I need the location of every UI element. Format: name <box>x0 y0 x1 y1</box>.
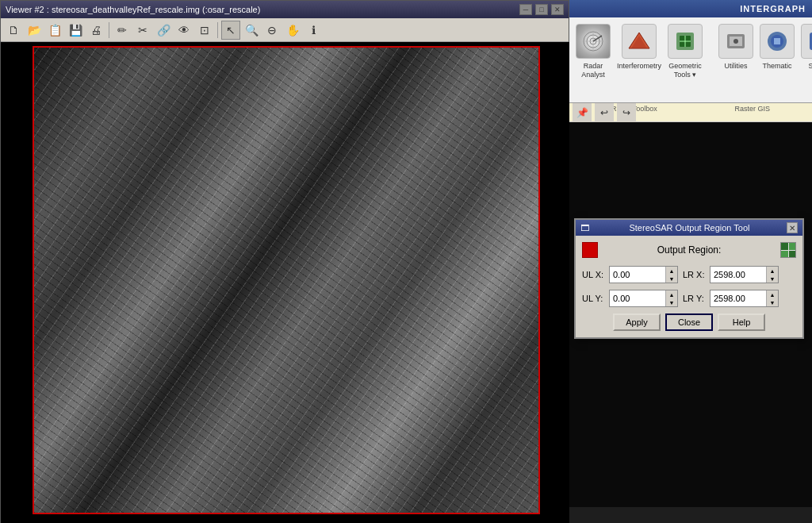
link-button[interactable]: 🔗 <box>154 21 173 40</box>
eye-button[interactable]: 👁 <box>174 21 193 40</box>
ulx-spin-down[interactable]: ▼ <box>666 275 677 283</box>
new-button[interactable]: 🗋 <box>4 21 23 40</box>
thematic-label: Thematic <box>763 62 792 71</box>
grid-cell-1 <box>781 243 788 250</box>
region-icon <box>582 242 598 258</box>
sar-image-texture <box>34 48 538 513</box>
dialog-buttons: Apply Close Help <box>582 313 796 331</box>
apply-button[interactable]: Apply <box>613 313 661 331</box>
zoom-out-button[interactable]: ⊖ <box>262 21 282 40</box>
pan-button[interactable]: ✋ <box>283 21 302 40</box>
radar-analyst-label: RadarAnalyst <box>581 62 605 79</box>
stereosar-dialog: 🗖 StereoSAR Output Region Tool ✕ Output … <box>574 218 804 339</box>
geometric-tools-label: GeometricTools ▾ <box>668 62 702 79</box>
separator-2 <box>217 22 218 38</box>
print-button[interactable]: 🖨 <box>86 21 105 40</box>
lrx-spin-up[interactable]: ▲ <box>767 267 778 275</box>
output-region-label: Output Region: <box>598 244 780 256</box>
radar-analyst-icon[interactable] <box>576 24 611 59</box>
zoom-in-button[interactable]: 🔍 <box>242 21 261 40</box>
frame-button[interactable]: ⊡ <box>195 21 214 40</box>
svg-rect-17 <box>774 38 780 44</box>
uly-input[interactable] <box>610 290 665 306</box>
ulx-input-group: ▲ ▼ <box>609 266 678 283</box>
lrx-input[interactable] <box>710 267 766 283</box>
interferometry-icon[interactable] <box>622 24 657 59</box>
sec-tool-2[interactable]: ↩ <box>595 103 614 122</box>
lrx-spin: ▲ ▼ <box>766 267 778 283</box>
brand-logo: INTERGRAPH <box>740 4 806 13</box>
ribbon-group-science: S Scie... <box>801 24 812 97</box>
sec-tool-1[interactable]: 📌 <box>573 103 592 122</box>
ulx-spin: ▲ ▼ <box>665 267 677 283</box>
sec-tool-3[interactable]: ↪ <box>617 103 636 122</box>
minimize-button[interactable]: ─ <box>519 4 532 15</box>
grid-icon[interactable] <box>780 242 796 258</box>
viewer-title: Viewer #2 : stereosar_deathvalleyRef_res… <box>6 5 260 14</box>
viewer-titlebar: Viewer #2 : stereosar_deathvalleyRef_res… <box>1 1 569 18</box>
help-button[interactable]: Help <box>718 313 765 331</box>
separator-1 <box>109 22 109 38</box>
raster-gis-section: Raster GIS <box>735 105 771 113</box>
sar-image <box>33 46 540 514</box>
grid-cell-3 <box>781 251 788 258</box>
lrx-spin-down[interactable]: ▼ <box>767 275 778 283</box>
lry-spin: ▲ ▼ <box>766 290 778 306</box>
ribbon: INTERGRAPH RadarAnalyst <box>569 0 812 103</box>
lry-input-group: ▲ ▼ <box>710 290 779 307</box>
science-icon[interactable]: S <box>801 24 812 59</box>
ribbon-tools: RadarAnalyst Interferometry <box>569 17 812 103</box>
grid-cell-4 <box>789 251 796 258</box>
ribbon-group-interferometry: Interferometry <box>617 24 661 97</box>
close-button[interactable]: Close <box>665 313 713 331</box>
info-button[interactable]: ℹ <box>304 21 323 40</box>
lry-input[interactable] <box>710 290 766 306</box>
ulx-label: UL X: <box>582 270 604 279</box>
ulx-lrx-row: UL X: ▲ ▼ LR X: ▲ ▼ <box>582 266 796 283</box>
copy-button[interactable]: 📋 <box>45 21 64 40</box>
ribbon-group-utilities: Utilities <box>718 24 753 97</box>
uly-label: UL Y: <box>582 294 604 303</box>
ulx-input[interactable] <box>610 267 665 283</box>
svg-point-14 <box>733 39 738 44</box>
scissors-button[interactable]: ✂ <box>133 21 152 40</box>
secondary-toolbar: 📌 ↩ ↪ <box>569 103 812 122</box>
cursor-button[interactable]: ↖ <box>221 21 240 40</box>
open-button[interactable]: 📂 <box>25 21 44 40</box>
ribbon-top: INTERGRAPH <box>569 0 812 17</box>
viewer-image-area <box>1 42 570 523</box>
utilities-label: Utilities <box>725 62 748 71</box>
lry-spin-up[interactable]: ▲ <box>767 290 778 298</box>
ribbon-group-geometric: GeometricTools ▾ <box>668 24 703 97</box>
dialog-header-row: Output Region: <box>582 242 796 258</box>
uly-spin-up[interactable]: ▲ <box>666 290 677 298</box>
interferometry-label: Interferometry <box>617 62 661 71</box>
lry-label: LR Y: <box>683 294 705 303</box>
close-button[interactable]: ✕ <box>551 4 564 15</box>
geometric-tools-icon[interactable] <box>668 24 703 59</box>
maximize-button[interactable]: □ <box>535 4 548 15</box>
uly-lry-row: UL Y: ▲ ▼ LR Y: ▲ ▼ <box>582 290 796 307</box>
ulx-spin-up[interactable]: ▲ <box>666 267 677 275</box>
utilities-icon[interactable] <box>718 24 753 59</box>
uly-spin: ▲ ▼ <box>665 290 677 306</box>
dialog-title: StereoSAR Output Region Tool <box>629 223 749 233</box>
viewer-toolbar: 🗋 📂 📋 💾 🖨 ✏ ✂ 🔗 👁 ⊡ ↖ 🔍 ⊖ ✋ ℹ <box>1 18 569 42</box>
lrx-input-group: ▲ ▼ <box>710 266 779 283</box>
science-label: Scie... <box>809 62 812 71</box>
dialog-titlebar: 🗖 StereoSAR Output Region Tool ✕ <box>576 220 802 236</box>
erase-button[interactable]: ✏ <box>113 21 132 40</box>
save-button[interactable]: 💾 <box>66 21 85 40</box>
viewer-title-buttons: ─ □ ✕ <box>519 4 564 15</box>
grid-cell-2 <box>789 243 796 250</box>
dialog-icon: 🗖 <box>580 223 589 233</box>
ribbon-group-radar: RadarAnalyst <box>576 24 611 97</box>
dialog-close-button[interactable]: ✕ <box>787 222 798 233</box>
uly-input-group: ▲ ▼ <box>609 290 678 307</box>
dialog-body: Output Region: UL X: ▲ ▼ LR X: <box>576 236 802 337</box>
lry-spin-down[interactable]: ▼ <box>767 298 778 306</box>
uly-spin-down[interactable]: ▼ <box>666 298 677 306</box>
viewer-window: Viewer #2 : stereosar_deathvalleyRef_res… <box>0 0 569 523</box>
thematic-icon[interactable] <box>760 24 795 59</box>
lrx-label: LR X: <box>683 270 705 279</box>
